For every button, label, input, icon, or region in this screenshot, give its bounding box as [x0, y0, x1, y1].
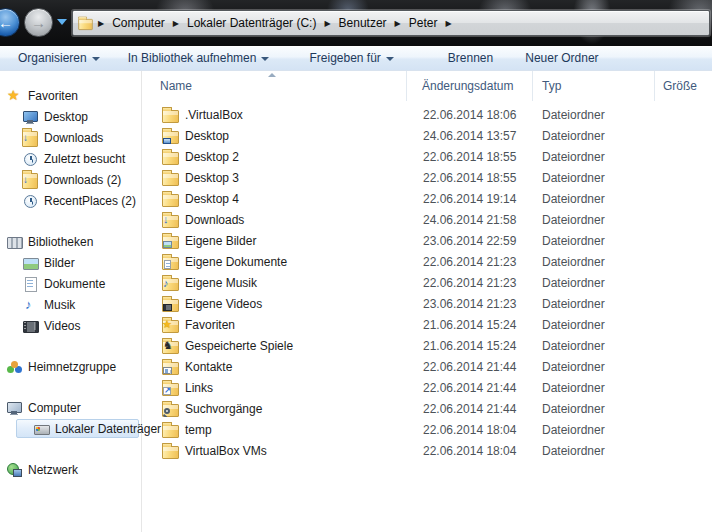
address-folder-icon: [78, 18, 92, 29]
picture-overlay-icon: [163, 241, 172, 248]
table-row[interactable]: Desktop 322.06.2014 18:55Dateiordner: [142, 167, 712, 188]
column-header-type[interactable]: Typ: [533, 71, 655, 101]
breadcrumb-separator-icon[interactable]: ▶: [169, 19, 183, 28]
sidebar-item-videos[interactable]: Videos: [0, 315, 141, 336]
sidebar-section-computer[interactable]: Computer: [0, 397, 141, 418]
file-name-cell: Desktop: [142, 128, 407, 144]
file-name-cell: .VirtualBox: [142, 107, 407, 123]
file-date-cell: 23.06.2014 22:59: [407, 234, 533, 248]
breadcrumb-separator-icon[interactable]: ▶: [320, 19, 334, 28]
sidebar-item-bilder[interactable]: Bilder: [0, 252, 141, 273]
window-top-glass: ← → ▶Computer▶Lokaler Datenträger (C:)▶B…: [0, 0, 712, 46]
monitor-icon: [22, 109, 38, 125]
dropdown-caret-icon: [261, 57, 269, 61]
table-row[interactable]: Eigene Dokumente22.06.2014 21:23Dateiord…: [142, 251, 712, 272]
sidebar-section-label: Netzwerk: [28, 463, 78, 477]
file-name: Favoriten: [185, 318, 235, 332]
file-name-cell: Favoriten: [142, 317, 407, 333]
recent-pages-dropdown-icon[interactable]: [57, 19, 67, 25]
sidebar-section-netzwerk[interactable]: Netzwerk: [0, 459, 141, 480]
sidebar-item-label: Zuletzt besucht: [44, 152, 125, 166]
file-name: Suchvorgänge: [185, 402, 262, 416]
folder-icon: [162, 341, 179, 354]
breadcrumb-separator-icon[interactable]: ▶: [441, 19, 455, 28]
sidebar-item-desktop[interactable]: Desktop: [0, 106, 141, 127]
breadcrumb-item[interactable]: Lokaler Datenträger (C:): [183, 16, 320, 30]
breadcrumb-item[interactable]: Peter: [405, 16, 442, 30]
breadcrumb-separator-icon[interactable]: ▶: [94, 19, 108, 28]
sidebar-item-downloads-2-[interactable]: Downloads (2): [0, 169, 141, 190]
file-type-cell: Dateiordner: [533, 150, 655, 164]
sidebar-item-lokaler-datentr-ger[interactable]: Lokaler Datenträger: [0, 418, 141, 439]
sidebar-section-heimnetzgruppe[interactable]: Heimnetzgruppe: [0, 356, 141, 377]
table-row[interactable]: Desktop 422.06.2014 19:14Dateiordner: [142, 188, 712, 209]
monitor-overlay-icon: [163, 138, 171, 144]
folder-icon: [162, 404, 179, 417]
disk-icon: [33, 421, 49, 437]
sidebar-section-bibliotheken[interactable]: Bibliotheken: [0, 231, 141, 252]
breadcrumb-item[interactable]: Benutzer: [335, 16, 391, 30]
table-row[interactable]: Eigene Musik22.06.2014 21:23Dateiordner: [142, 272, 712, 293]
address-bar[interactable]: ▶Computer▶Lokaler Datenträger (C:)▶Benut…: [72, 10, 710, 36]
sidebar-section-favoriten[interactable]: Favoriten: [0, 85, 141, 106]
table-row[interactable]: Downloads24.06.2014 21:58Dateiordner: [142, 209, 712, 230]
picture-icon: [22, 255, 38, 271]
dropdown-caret-icon: [386, 57, 394, 61]
file-name-cell: Kontakte: [142, 359, 407, 375]
file-name: Gespeicherte Spiele: [185, 339, 293, 353]
explorer-window: ← → ▶Computer▶Lokaler Datenträger (C:)▶B…: [0, 0, 712, 532]
table-row[interactable]: Kontakte22.06.2014 21:44Dateiordner: [142, 356, 712, 377]
table-row[interactable]: .VirtualBox22.06.2014 18:06Dateiordner: [142, 104, 712, 125]
sidebar-item-recentplaces-2-[interactable]: RecentPlaces (2): [0, 190, 141, 211]
forward-button[interactable]: →: [24, 8, 53, 37]
sidebar-item-label: Dokumente: [44, 277, 105, 291]
file-name: temp: [185, 423, 212, 437]
file-name: Desktop 2: [185, 150, 239, 164]
column-header-label: Typ: [542, 79, 561, 93]
file-name-cell: Downloads: [142, 212, 407, 228]
toolbar-button-brennen[interactable]: Brennen: [438, 48, 503, 68]
file-name-cell: Gespeicherte Spiele: [142, 338, 407, 354]
toolbar-button-freigeben-f-r[interactable]: Freigeben für: [299, 48, 403, 68]
sidebar-item-zuletzt-besucht[interactable]: Zuletzt besucht: [0, 148, 141, 169]
folder-icon: [162, 320, 179, 333]
file-date-cell: 22.06.2014 19:14: [407, 192, 533, 206]
file-date-cell: 22.06.2014 18:04: [407, 423, 533, 437]
folder-icon: [162, 257, 179, 270]
file-date-cell: 22.06.2014 21:44: [407, 381, 533, 395]
table-row[interactable]: Desktop 222.06.2014 18:55Dateiordner: [142, 146, 712, 167]
table-row[interactable]: Favoriten21.06.2014 15:24Dateiordner: [142, 314, 712, 335]
table-row[interactable]: VirtualBox VMs22.06.2014 18:04Dateiordne…: [142, 440, 712, 461]
table-row[interactable]: temp22.06.2014 18:04Dateiordner: [142, 419, 712, 440]
table-row[interactable]: Suchvorgänge22.06.2014 21:44Dateiordner: [142, 398, 712, 419]
toolbar-button-neuer-ordner[interactable]: Neuer Ordner: [515, 48, 608, 68]
column-header-date[interactable]: Änderungsdatum: [407, 71, 533, 101]
toolbar-button-in-bibliothek-aufnehmen[interactable]: In Bibliothek aufnehmen: [118, 48, 280, 68]
sidebar-item-musik[interactable]: Musik: [0, 294, 141, 315]
column-header-size[interactable]: Größe: [655, 71, 712, 101]
toolbar-button-label: Freigeben für: [309, 51, 380, 65]
sidebar-item-label: Bilder: [44, 256, 75, 270]
sidebar-item-dokumente[interactable]: Dokumente: [0, 273, 141, 294]
toolbar-button-organisieren[interactable]: Organisieren: [8, 48, 110, 68]
column-header-label: Änderungsdatum: [422, 79, 513, 93]
column-header-name[interactable]: Name: [142, 71, 407, 101]
video-overlay-icon: [163, 304, 172, 311]
sidebar-item-label: Videos: [44, 319, 80, 333]
file-date-cell: 24.06.2014 13:57: [407, 129, 533, 143]
table-row[interactable]: Eigene Bilder23.06.2014 22:59Dateiordner: [142, 230, 712, 251]
breadcrumb-separator-icon[interactable]: ▶: [391, 19, 405, 28]
toolbar-button-label: In Bibliothek aufnehmen: [128, 51, 257, 65]
table-row[interactable]: Desktop24.06.2014 13:57Dateiordner: [142, 125, 712, 146]
forward-arrow-icon: →: [31, 14, 46, 31]
breadcrumb-item[interactable]: Computer: [108, 16, 169, 30]
file-name-cell: Eigene Dokumente: [142, 254, 407, 270]
table-row[interactable]: Eigene Videos23.06.2014 21:23Dateiordner: [142, 293, 712, 314]
file-date-cell: 22.06.2014 21:23: [407, 276, 533, 290]
table-row[interactable]: Links22.06.2014 21:44Dateiordner: [142, 377, 712, 398]
table-row[interactable]: Gespeicherte Spiele21.06.2014 15:24Datei…: [142, 335, 712, 356]
back-button[interactable]: ←: [0, 8, 20, 37]
sort-ascending-icon: [268, 73, 276, 77]
sidebar-item-downloads[interactable]: Downloads: [0, 127, 141, 148]
file-name: .VirtualBox: [185, 108, 243, 122]
